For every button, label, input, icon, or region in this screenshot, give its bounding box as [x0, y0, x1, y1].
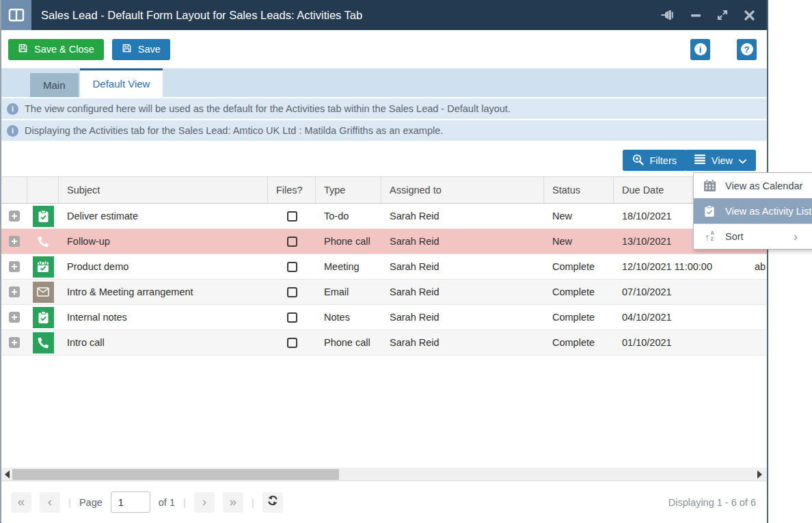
expand-row-button[interactable] [9, 261, 20, 272]
grid-actions: Filters View [1, 142, 767, 176]
horizontal-scrollbar [1, 467, 767, 481]
last-page-button[interactable]: » [223, 492, 243, 513]
subject-cell: Intro & Meeting arrangement [59, 286, 268, 297]
notes-icon [33, 307, 54, 328]
first-page-button[interactable]: « [11, 492, 31, 513]
prev-page-button[interactable]: ‹ [40, 492, 60, 513]
due-date-cell: 01/10/2021 [614, 337, 723, 348]
info-message: The view configured here will be used as… [25, 103, 511, 114]
help-circle-icon: ? [741, 43, 753, 55]
files-checkbox[interactable] [287, 211, 297, 222]
info-bar: i The view configured here will be used … [1, 98, 767, 119]
status-cell: Complete [544, 261, 614, 272]
expand-row-button[interactable] [9, 236, 20, 247]
displaying-count: Displaying 1 - 6 of 6 [668, 497, 756, 508]
pin-icon[interactable] [661, 10, 675, 21]
page-input[interactable] [111, 492, 150, 513]
pagination-bar: « ‹ | Page of 1 | › » | [1, 481, 767, 523]
expand-row-button[interactable] [9, 312, 20, 323]
column-header-type[interactable]: Type [316, 177, 381, 203]
type-cell: Phone call [316, 236, 381, 247]
expand-row-button[interactable] [9, 286, 20, 297]
next-page-button[interactable]: › [194, 492, 215, 513]
grid-body: Deliver estimate To-do Sarah Reid New 18… [1, 204, 767, 356]
status-cell: New [544, 236, 614, 247]
column-header-files[interactable]: Files? [268, 177, 316, 203]
grid-header: Subject Files? Type Assigned to Status D… [1, 176, 767, 204]
sort-az-icon: ↑ AZ [702, 230, 717, 242]
meeting-icon [33, 256, 54, 278]
view-button[interactable]: View [685, 150, 756, 171]
save-button[interactable]: Save [112, 39, 170, 60]
status-cell: New [544, 211, 614, 222]
menu-item-sort[interactable]: ↑ AZ Sort › [694, 224, 812, 249]
status-cell: Complete [544, 337, 614, 348]
separator: | [183, 496, 186, 508]
files-checkbox[interactable] [287, 237, 297, 247]
column-header-status[interactable]: Status [544, 177, 614, 203]
info-icon: i [7, 125, 18, 137]
tab-strip: Main Default View [1, 68, 767, 97]
type-cell: Notes [316, 312, 381, 323]
window-title: Sales Lead - Default Form Layout for Sal… [31, 9, 362, 22]
page-label: Page [79, 497, 103, 508]
save-icon [122, 43, 132, 55]
due-date-cell: 04/10/2021 [614, 312, 723, 323]
tab-default-view[interactable]: Default View [80, 68, 163, 97]
assigned-to-cell: Sarah Reid [381, 337, 544, 348]
phone-icon [33, 332, 54, 353]
due-date-cell: 07/10/2021 [614, 286, 723, 297]
expand-row-button[interactable] [9, 211, 20, 222]
subject-cell: Internal notes [59, 312, 268, 323]
zoom-in-icon [632, 154, 644, 167]
calendar-icon [702, 179, 717, 192]
refresh-button[interactable] [262, 492, 283, 513]
expand-row-button[interactable] [9, 337, 20, 348]
table-row[interactable]: Internal notes Notes Sarah Reid Complete… [1, 305, 767, 330]
info-message: Displaying the Activities tab for the Sa… [25, 125, 443, 136]
chevron-down-icon [739, 155, 746, 166]
table-row[interactable]: Deliver estimate To-do Sarah Reid New 18… [1, 204, 767, 229]
files-checkbox[interactable] [287, 312, 297, 323]
scroll-left-arrow[interactable] [5, 470, 10, 479]
due-date-cell: 12/10/2021 11:00:00 [614, 261, 723, 272]
info-button[interactable]: i [690, 39, 710, 60]
assigned-to-cell: Sarah Reid [381, 211, 544, 222]
table-row[interactable]: Follow-up Phone call Sarah Reid New 13/1… [1, 229, 767, 254]
save-close-button[interactable]: Save & Close [8, 39, 104, 60]
table-row[interactable]: Product demo Meeting Sarah Reid Complete… [1, 254, 767, 280]
separator: | [252, 496, 254, 508]
refresh-icon [267, 495, 278, 508]
files-checkbox[interactable] [287, 287, 297, 297]
scroll-right-arrow[interactable] [757, 470, 762, 479]
column-header-expand [1, 177, 27, 203]
filters-button[interactable]: Filters [623, 150, 686, 171]
view-dropdown-menu: View as Calendar View as Activity List ↑… [693, 172, 812, 250]
overflow-cell: ab [723, 261, 767, 272]
todo-icon [33, 206, 54, 227]
menu-item-view-as-calendar[interactable]: View as Calendar [694, 173, 812, 198]
minimize-icon[interactable] [691, 10, 701, 20]
activity-list-icon [702, 205, 717, 217]
screen: Sales Lead - Default Form Layout for Sal… [0, 0, 812, 523]
menu-item-view-as-activity-list[interactable]: View as Activity List [694, 198, 812, 224]
grid-empty-area [1, 356, 767, 467]
column-header-assigned-to[interactable]: Assigned to [381, 177, 544, 203]
close-icon[interactable] [744, 10, 755, 21]
toolbar: Save & Close Save i ? [1, 30, 767, 68]
table-row[interactable]: Intro call Phone call Sarah Reid Complet… [1, 330, 767, 356]
status-cell: Complete [544, 286, 614, 297]
table-row[interactable]: Intro & Meeting arrangement Email Sarah … [1, 280, 767, 305]
scroll-thumb[interactable] [12, 469, 339, 480]
save-icon [18, 43, 28, 55]
maximize-icon[interactable] [717, 10, 728, 21]
column-header-subject[interactable]: Subject [59, 177, 268, 203]
files-checkbox[interactable] [287, 262, 297, 272]
title-bar: Sales Lead - Default Form Layout for Sal… [1, 0, 767, 30]
files-checkbox[interactable] [287, 338, 297, 348]
help-button[interactable]: ? [737, 39, 757, 60]
assigned-to-cell: Sarah Reid [381, 286, 544, 297]
tab-main[interactable]: Main [30, 73, 79, 97]
status-cell: Complete [544, 312, 614, 323]
separator: | [68, 496, 71, 508]
